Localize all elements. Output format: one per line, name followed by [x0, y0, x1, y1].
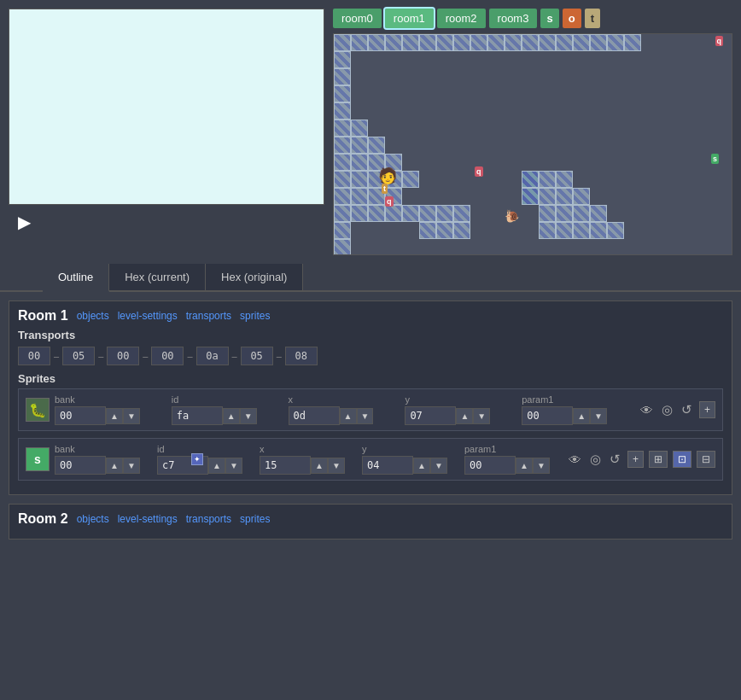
y-label: y [405, 394, 516, 405]
room2-link-sprites[interactable]: sprites [240, 513, 270, 525]
bank-input-0[interactable] [55, 406, 106, 425]
param1-label: param1 [522, 394, 633, 405]
bank-input-1[interactable] [55, 456, 106, 475]
icon-tab-t[interactable]: t [585, 9, 600, 28]
eye-icon-1[interactable]: 👁 [567, 451, 583, 469]
icon-tab-s[interactable]: s [540, 9, 558, 28]
room1-link-level-settings[interactable]: level-settings [118, 310, 178, 322]
tile [351, 34, 368, 51]
tile [470, 34, 487, 51]
room-tab-1[interactable]: room1 [385, 9, 434, 28]
grid-btn-2-1[interactable]: ⊟ [697, 451, 715, 468]
tab-hex-current[interactable]: Hex (current) [109, 264, 206, 290]
play-button[interactable]: ▶ [9, 210, 39, 234]
target-icon-1[interactable]: ◎ [588, 450, 603, 469]
transport-val-5: 05 [241, 347, 273, 365]
transports-label: Transports [18, 329, 723, 341]
room1-link-objects[interactable]: objects [77, 310, 109, 322]
eye-icon-0[interactable]: 👁 [639, 401, 655, 419]
room2-section: Room 2 objects level-settings transports… [9, 504, 732, 540]
param1-input-1[interactable] [464, 456, 516, 475]
grid-btn-1[interactable]: ⊞ [649, 451, 668, 468]
bank-down-1[interactable]: ▼ [123, 458, 140, 474]
sprite-marker-q-small: q [385, 196, 394, 207]
id-up-0[interactable]: ▲ [223, 408, 240, 424]
tile [351, 137, 368, 154]
bank-down-0[interactable]: ▼ [123, 408, 140, 424]
bank-input-row-0: ▲ ▼ [55, 406, 166, 425]
y-input-0[interactable] [405, 406, 456, 425]
id-input-0[interactable] [172, 406, 223, 425]
room2-link-level-settings[interactable]: level-settings [118, 513, 178, 525]
id-down-0[interactable]: ▼ [240, 408, 257, 424]
tile [590, 222, 607, 239]
x-input-0[interactable] [289, 406, 340, 425]
param1-input-0[interactable] [522, 406, 573, 425]
tile [556, 222, 573, 239]
tile [385, 34, 402, 51]
refresh-icon-1[interactable]: ↺ [608, 450, 622, 469]
add-btn-0[interactable]: + [699, 401, 715, 418]
extra-flag-btn[interactable]: ✦ [191, 453, 203, 465]
room2-link-transports[interactable]: transports [186, 513, 231, 525]
add-btn-1[interactable]: + [627, 451, 644, 468]
player-character: 🧑 [378, 166, 397, 185]
tile [539, 205, 556, 222]
tile [351, 205, 368, 222]
tile [334, 34, 351, 51]
icon-tab-o[interactable]: o [563, 9, 581, 28]
field-bank-0: bank ▲ ▼ [55, 394, 166, 425]
x-input-1[interactable] [260, 456, 311, 475]
tile [607, 222, 624, 239]
param1-down-1[interactable]: ▼ [533, 458, 550, 474]
param1-up-1[interactable]: ▲ [516, 458, 533, 474]
tile [505, 34, 522, 51]
y-label-1: y [362, 444, 459, 454]
x-up-0[interactable]: ▲ [340, 408, 357, 424]
tile [334, 239, 351, 255]
tile [624, 34, 641, 51]
id-down-1[interactable]: ▼ [225, 458, 242, 474]
tile [334, 205, 351, 222]
tile [436, 222, 453, 239]
transport-val-3: 00 [151, 347, 184, 365]
content-area: Room 1 objects level-settings transports… [0, 292, 741, 548]
transport-val-2: 00 [107, 347, 139, 365]
x-down-0[interactable]: ▼ [357, 408, 374, 424]
bank-label-1: bank [55, 444, 152, 454]
refresh-icon-0[interactable]: ↺ [680, 400, 694, 419]
room-tab-0[interactable]: room0 [333, 9, 382, 28]
y-input-1[interactable] [362, 456, 413, 475]
param1-up-0[interactable]: ▲ [573, 408, 590, 424]
sprite-fields-1: bank ▲ ▼ id ▲ ▼ x [55, 444, 562, 475]
tab-hex-original[interactable]: Hex (original) [206, 264, 303, 290]
x-down-1[interactable]: ▼ [328, 458, 345, 474]
room1-link-transports[interactable]: transports [186, 310, 231, 322]
id-up-1[interactable]: ▲ [208, 458, 225, 474]
tile [556, 171, 573, 188]
x-up-1[interactable]: ▲ [311, 458, 328, 474]
param1-input-row-1: ▲ ▼ [464, 456, 562, 475]
room2-header: Room 2 objects level-settings transports… [18, 511, 723, 527]
target-icon-0[interactable]: ◎ [660, 400, 674, 419]
room1-link-sprites[interactable]: sprites [240, 310, 270, 322]
tile-deco [522, 171, 539, 188]
sprites-label: Sprites [18, 372, 723, 385]
tab-outline[interactable]: Outline [43, 264, 109, 292]
field-y-0: y ▲ ▼ [405, 394, 516, 425]
param1-label-1: param1 [464, 444, 562, 454]
y-down-1[interactable]: ▼ [430, 458, 447, 474]
room-tab-3[interactable]: room3 [489, 9, 538, 28]
room-tab-2[interactable]: room2 [437, 9, 486, 28]
y-up-1[interactable]: ▲ [413, 458, 430, 474]
tile [368, 137, 385, 154]
tile [334, 137, 351, 154]
param1-down-0[interactable]: ▼ [590, 408, 607, 424]
bank-up-1[interactable]: ▲ [106, 458, 123, 474]
grid-btn-active-1[interactable]: ⊡ [673, 451, 691, 468]
y-down-0[interactable]: ▼ [473, 408, 490, 424]
room2-link-objects[interactable]: objects [77, 513, 109, 525]
y-up-0[interactable]: ▲ [456, 408, 473, 424]
bank-up-0[interactable]: ▲ [106, 408, 123, 424]
tile [334, 154, 351, 171]
